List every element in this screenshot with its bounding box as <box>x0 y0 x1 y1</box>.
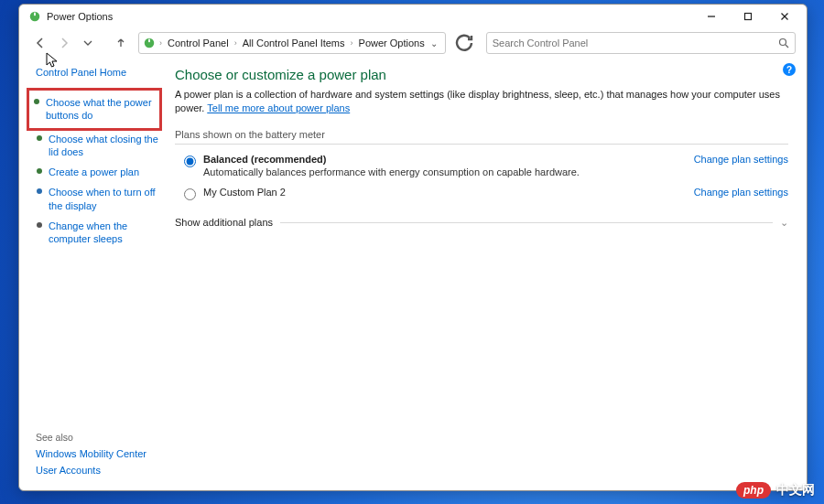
sidebar-item-label: Choose what the power buttons do <box>46 96 156 123</box>
watermark-badge: php <box>736 482 771 499</box>
back-button[interactable] <box>30 33 50 53</box>
search-icon <box>778 38 789 48</box>
chevron-right-icon: › <box>349 38 355 48</box>
bullet-icon <box>36 134 43 142</box>
chevron-down-icon[interactable]: ⌄ <box>428 38 441 48</box>
sidebar-item-power-buttons[interactable]: Choose what the power buttons do <box>27 88 162 131</box>
breadcrumb-power-options[interactable]: Power Options <box>355 38 428 48</box>
expand-label: Show additional plans <box>175 217 273 228</box>
close-button[interactable] <box>766 5 803 28</box>
chevron-right-icon: › <box>157 38 164 48</box>
plan-balanced-name: Balanced (recommended) <box>203 154 580 165</box>
search-box[interactable] <box>486 32 796 54</box>
svg-line-9 <box>786 45 788 48</box>
control-panel-home-link[interactable]: Control Panel Home <box>36 67 158 78</box>
power-options-app-icon <box>28 10 41 23</box>
window-title: Power Options <box>47 11 693 22</box>
breadcrumb-all-items[interactable]: All Control Panel Items <box>239 38 349 48</box>
mobility-center-link[interactable]: Windows Mobility Center <box>36 448 158 459</box>
plan-custom-name: My Custom Plan 2 <box>203 187 286 198</box>
plan-balanced-radio[interactable] <box>184 155 196 167</box>
svg-point-8 <box>780 39 786 46</box>
plans-group-label: Plans shown on the battery meter <box>175 129 788 145</box>
svg-point-10 <box>34 99 39 104</box>
show-additional-plans[interactable]: Show additional plans ⌄ <box>175 217 788 229</box>
chevron-down-icon: ⌄ <box>780 217 788 229</box>
bullet-icon <box>36 188 43 195</box>
maximize-button[interactable] <box>730 5 766 28</box>
page-heading: Choose or customize a power plan <box>175 67 788 82</box>
page-description: A power plan is a collection of hardware… <box>175 88 788 116</box>
plan-custom: My Custom Plan 2 Change plan settings <box>175 187 788 200</box>
up-button[interactable] <box>111 33 131 53</box>
address-app-icon <box>143 37 156 49</box>
sidebar-item-label: Create a power plan <box>49 166 139 178</box>
learn-more-link[interactable]: Tell me more about power plans <box>207 102 350 113</box>
content-area: ? Choose or customize a power plan A pow… <box>166 58 807 490</box>
bullet-icon <box>36 167 43 175</box>
plan-balanced-settings-link[interactable]: Change plan settings <box>694 154 788 165</box>
refresh-button[interactable] <box>453 32 475 54</box>
sidebar-item-label: Choose what closing the lid does <box>49 133 158 159</box>
bullet-icon <box>36 221 43 229</box>
sidebar-item-display-off[interactable]: Choose when to turn off the display <box>36 186 158 212</box>
plan-balanced-sub: Automatically balances performance with … <box>203 166 580 177</box>
sidebar-item-label: Change when the computer sleeps <box>49 220 158 246</box>
minimize-button[interactable] <box>693 5 730 28</box>
user-accounts-link[interactable]: User Accounts <box>36 465 158 476</box>
svg-point-11 <box>37 135 42 141</box>
sidebar-item-sleep[interactable]: Change when the computer sleeps <box>36 220 158 246</box>
nav-row: › Control Panel › All Control Panel Item… <box>19 28 807 58</box>
sidebar-item-label: Choose when to turn off the display <box>49 186 158 212</box>
sidebar: Control Panel Home Choose what the power… <box>19 58 166 490</box>
sidebar-item-create-plan[interactable]: Create a power plan <box>36 166 158 178</box>
svg-rect-3 <box>745 14 752 20</box>
recent-locations-button[interactable] <box>78 33 98 53</box>
watermark-text: 中文网 <box>776 482 815 499</box>
help-icon[interactable]: ? <box>783 63 796 76</box>
forward-button[interactable] <box>54 33 74 53</box>
see-also-heading: See also <box>36 432 158 443</box>
plan-balanced: Balanced (recommended) Automatically bal… <box>175 154 788 177</box>
bullet-icon <box>33 98 40 105</box>
svg-point-14 <box>37 222 42 228</box>
svg-rect-1 <box>34 13 36 16</box>
plan-custom-radio[interactable] <box>184 188 196 200</box>
search-input[interactable] <box>493 38 778 48</box>
svg-point-13 <box>37 188 42 194</box>
power-options-window: Power Options › Control Pa <box>18 4 808 491</box>
svg-point-12 <box>37 168 42 174</box>
chevron-right-icon: › <box>233 38 239 48</box>
sidebar-item-closing-lid[interactable]: Choose what closing the lid does <box>36 133 158 159</box>
body: Control Panel Home Choose what the power… <box>19 58 807 490</box>
titlebar: Power Options <box>19 5 807 28</box>
svg-rect-7 <box>148 39 150 43</box>
plan-custom-settings-link[interactable]: Change plan settings <box>694 187 788 198</box>
breadcrumb-control-panel[interactable]: Control Panel <box>164 38 233 48</box>
watermark: php 中文网 <box>736 482 815 499</box>
address-bar[interactable]: › Control Panel › All Control Panel Item… <box>138 32 446 54</box>
